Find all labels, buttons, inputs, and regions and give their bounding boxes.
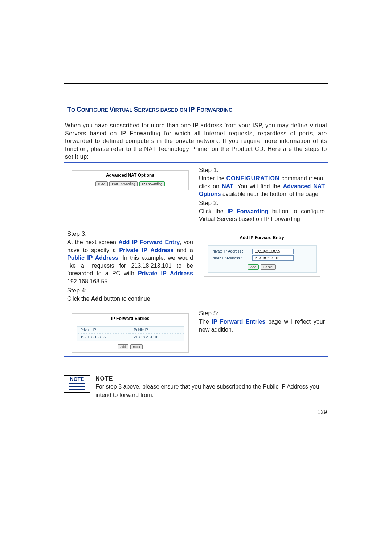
step2-head: Step 2: [199,200,325,207]
step5-head: Step 5: [199,310,325,317]
note-body: For step 3 above, please ensure that you… [95,383,328,399]
note-text: NOTE For step 3 above, please ensure tha… [95,375,328,399]
dmz-button[interactable]: DMZ [95,181,108,186]
step4-body: Click the Add button to continue. [67,295,193,303]
note-lines-icon [66,383,88,390]
advanced-nat-options-panel: Advanced NAT Options DMZ Port Forwarding… [72,170,189,190]
entries-title: IP Forward Entries [72,314,188,325]
add-entry-title: Add IP Forward Entry [204,233,320,244]
col-private-ip: Private IP [77,327,130,334]
table-row: 192.168.168.55 213.18.213.101 [77,334,184,341]
entry-private-ip-link[interactable]: 192.168.168.55 [81,335,106,339]
col-public-ip: Public IP [130,327,184,334]
intro-paragraph: When you have subscribed for more than o… [64,122,328,161]
note-block: NOTE NOTE For step 3 above, please ensur… [64,372,328,402]
public-ip-label: Public IP Address : [212,256,252,260]
entries-back-button[interactable]: Back [130,344,143,349]
entry-public-ip: 213.18.213.101 [130,334,184,341]
port-forwarding-button[interactable]: Port Forwarding [109,181,138,186]
page-number: 129 [64,409,328,415]
step1-body: Under the CONFIGURATION command menu, cl… [199,175,325,198]
nat-keyword: NAT [222,183,233,189]
section-title: TO CONFIGURE VIRTUAL SERVERS BASED ON IP… [64,106,328,114]
step1-head: Step 1: [199,167,325,174]
note-icon: NOTE [64,375,90,393]
add-button[interactable]: Add [248,264,259,270]
step4-head: Step 4: [67,287,193,294]
public-ip-address-keyword: Public IP Address [67,255,118,261]
cancel-button[interactable]: Cancel [261,264,276,270]
configuration-keyword: CONFIGURATION [226,175,280,181]
step3-head: Step 3: [67,230,193,238]
ip-forward-entries-panel: IP Forward Entries Private IP Public IP … [72,313,189,353]
entries-table: Private IP Public IP 192.168.168.55 213.… [77,327,184,341]
ip-forwarding-button[interactable]: IP Forwarding [139,181,165,186]
ip-forwarding-keyword: IP Forwarding [227,208,268,214]
add-ip-forward-entry-keyword: Add IP Forward Entry [118,239,180,245]
note-heading: NOTE [95,375,328,383]
title-text: TO CONFIGURE VIRTUAL SERVERS BASED ON IP… [67,107,233,113]
ip-forward-entries-keyword: IP Forward Entries [212,319,265,325]
add-ip-forward-entry-panel: Add IP Forward Entry Private IP Address … [204,233,320,277]
panel-title: Advanced NAT Options [72,171,188,181]
entries-add-button[interactable]: Add [118,344,128,349]
step3-body: At the next screen Add IP Forward Entry,… [67,238,193,286]
entries-table-wrap: Private IP Public IP 192.168.168.55 213.… [77,326,184,341]
step2-body: Click the IP Forwarding button to config… [199,208,325,223]
page-content: TO CONFIGURE VIRTUAL SERVERS BASED ON IP… [64,0,328,437]
private-ip-input[interactable]: 192.168.168.55 [252,249,294,254]
private-ip-address-keyword: Private IP Address [119,247,173,253]
note-icon-label: NOTE [70,376,84,382]
private-ip-label: Private IP Address : [212,249,252,253]
step5-body: The IP Forward Entries page will reflect… [199,318,325,333]
add-entry-form: Private IP Address : 192.168.168.55 Publ… [208,245,317,273]
top-rule [64,83,328,84]
steps-table: Advanced NAT Options DMZ Port Forwarding… [64,162,328,357]
public-ip-input[interactable]: 213.18.213.101 [252,255,294,261]
private-ip-address-keyword-2: Private IP Address [138,270,193,276]
nat-button-row: DMZ Port Forwarding IP Forwarding [72,181,188,190]
add-keyword: Add [91,296,102,302]
